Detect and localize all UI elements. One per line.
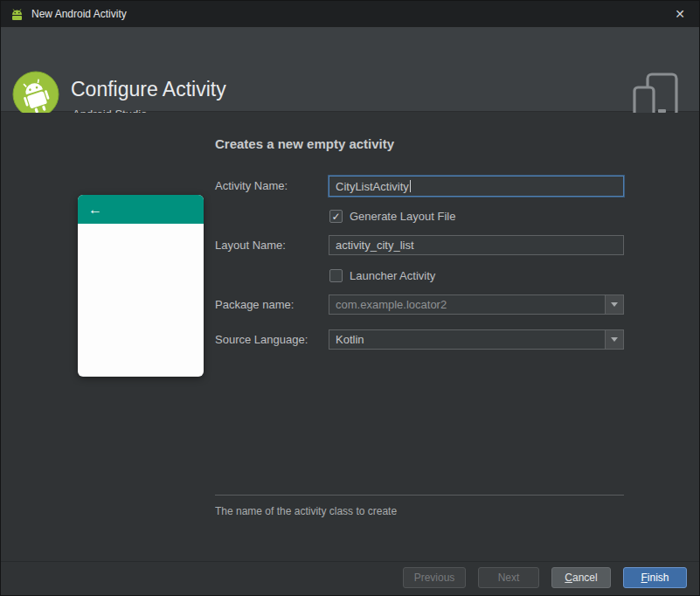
previous-button-label: Previous bbox=[404, 572, 465, 584]
finish-button[interactable]: Finish bbox=[623, 567, 687, 588]
generate-layout-checkbox[interactable] bbox=[329, 210, 343, 223]
android-app-icon bbox=[10, 8, 24, 21]
source-language-dropdown[interactable]: Kotlin bbox=[329, 329, 624, 350]
wizard-header: Configure Activity Android Studio bbox=[1, 27, 700, 112]
launcher-activity-checkbox[interactable] bbox=[329, 269, 343, 282]
source-language-dropdown-button[interactable] bbox=[605, 330, 623, 349]
text-caret bbox=[410, 180, 411, 192]
hint-separator bbox=[215, 495, 624, 496]
package-name-dropdown-button[interactable] bbox=[605, 295, 623, 314]
layout-name-input[interactable]: activity_city_list bbox=[329, 235, 624, 255]
package-name-label: Package name: bbox=[215, 298, 294, 312]
generate-layout-label[interactable]: Generate Layout File bbox=[350, 210, 455, 224]
window-title: New Android Activity bbox=[31, 8, 127, 20]
button-bar: Previous Next Cancel Finish bbox=[1, 561, 700, 596]
close-icon[interactable]: ✕ bbox=[668, 2, 692, 26]
preview-appbar: ← bbox=[78, 195, 204, 224]
launcher-activity-label[interactable]: Launcher Activity bbox=[350, 269, 435, 283]
package-name-combobox[interactable]: com.example.locator2 bbox=[329, 295, 624, 315]
activity-name-label: Activity Name: bbox=[215, 179, 288, 193]
package-name-value: com.example.locator2 bbox=[336, 298, 447, 311]
activity-name-input[interactable]: CityListActivity bbox=[329, 176, 624, 197]
source-language-value: Kotlin bbox=[336, 333, 364, 346]
finish-button-label: Finish bbox=[624, 572, 686, 584]
activity-preview-thumbnail: ← bbox=[78, 195, 204, 377]
header-title: Configure Activity bbox=[71, 78, 226, 101]
chevron-down-icon bbox=[611, 337, 618, 342]
back-arrow-icon: ← bbox=[88, 202, 102, 218]
layout-name-value: activity_city_list bbox=[336, 239, 414, 252]
source-language-label: Source Language: bbox=[215, 333, 308, 347]
chevron-down-icon bbox=[611, 302, 618, 307]
android-studio-logo-icon bbox=[12, 71, 59, 118]
activity-name-value: CityListActivity bbox=[336, 180, 409, 193]
next-button[interactable]: Next bbox=[478, 567, 539, 588]
title-bar: New Android Activity ✕ bbox=[1, 1, 700, 27]
previous-button[interactable]: Previous bbox=[403, 567, 466, 588]
cancel-button-label: Cancel bbox=[552, 572, 610, 584]
next-button-label: Next bbox=[479, 572, 538, 584]
wizard-content: Creates a new empty activity ← Activity … bbox=[1, 113, 700, 561]
layout-name-label: Layout Name: bbox=[215, 239, 286, 253]
page-title: Creates a new empty activity bbox=[215, 136, 394, 151]
cancel-button[interactable]: Cancel bbox=[551, 567, 611, 588]
field-hint-text: The name of the activity class to create bbox=[215, 505, 397, 517]
